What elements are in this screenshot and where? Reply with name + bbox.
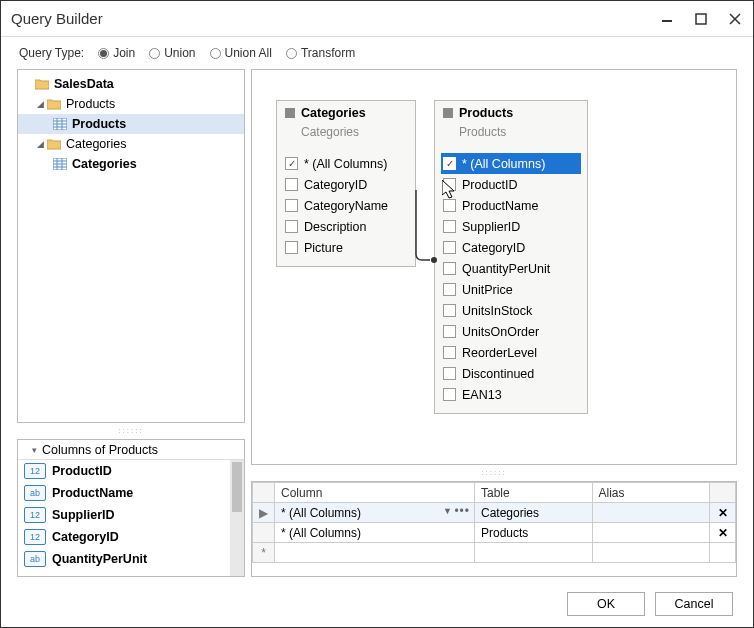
maximize-button[interactable] <box>693 11 709 27</box>
splitter-handle[interactable]: :::::: <box>17 427 245 435</box>
field-row[interactable]: * (All Columns) <box>441 153 581 174</box>
tree-folder-products[interactable]: ◢ Products <box>18 94 244 114</box>
folder-icon <box>34 77 50 91</box>
field-row[interactable]: QuantityPerUnit <box>441 258 581 279</box>
grid-cell-alias[interactable] <box>592 543 710 563</box>
expander-icon[interactable]: ◢ <box>34 138 46 150</box>
tree-table-categories[interactable]: Categories <box>18 154 244 174</box>
field-row[interactable]: ReorderLevel <box>441 342 581 363</box>
grid-cell-table[interactable] <box>475 543 593 563</box>
field-row[interactable]: SupplierID <box>441 216 581 237</box>
grid-row[interactable]: ▶* (All Columns)▼•••Categories✕ <box>253 503 736 523</box>
field-row[interactable]: Description <box>283 216 409 237</box>
grid-cell-alias[interactable] <box>592 503 710 523</box>
query-type-transform[interactable]: Transform <box>286 46 355 60</box>
checkbox[interactable] <box>443 178 456 191</box>
column-item[interactable]: abProductName <box>18 482 230 504</box>
field-row[interactable]: ProductName <box>441 195 581 216</box>
field-row[interactable]: Picture <box>283 237 409 258</box>
window-title: Query Builder <box>11 10 659 27</box>
selected-columns-grid: Column Table Alias ▶* (All Columns)▼•••C… <box>251 481 737 577</box>
column-item[interactable]: 12ProductID <box>18 460 230 482</box>
query-type-toolbar: Query Type: Join Union Union All Transfo… <box>1 37 753 69</box>
field-row[interactable]: CategoryID <box>441 237 581 258</box>
checkbox[interactable] <box>285 199 298 212</box>
row-indicator <box>253 523 275 543</box>
query-type-union-all[interactable]: Union All <box>210 46 272 60</box>
field-row[interactable]: ProductID <box>441 174 581 195</box>
checkbox[interactable] <box>443 304 456 317</box>
checkbox[interactable] <box>443 199 456 212</box>
checkbox[interactable] <box>285 241 298 254</box>
checkbox[interactable] <box>443 388 456 401</box>
grid-header-remove <box>710 483 736 503</box>
field-row[interactable]: CategoryID <box>283 174 409 195</box>
grid-cell-column[interactable] <box>275 543 475 563</box>
grid-cell-alias[interactable] <box>592 523 710 543</box>
ellipsis-button[interactable]: ••• <box>454 504 470 518</box>
checkbox[interactable] <box>443 367 456 380</box>
grid-header-table[interactable]: Table <box>475 483 593 503</box>
remove-row-button[interactable]: ✕ <box>710 503 736 523</box>
columns-panel: ▾ Columns of Products 12ProductIDabProdu… <box>17 439 245 577</box>
field-row[interactable]: * (All Columns) <box>283 153 409 174</box>
scrollbar[interactable] <box>230 460 244 576</box>
expander-icon[interactable]: ◢ <box>34 98 46 110</box>
grid-cell-table[interactable]: Categories <box>475 503 593 523</box>
field-row[interactable]: EAN13 <box>441 384 581 405</box>
remove-row-button[interactable]: ✕ <box>710 523 736 543</box>
splitter-handle[interactable]: :::::: <box>251 469 737 477</box>
checkbox[interactable] <box>443 346 456 359</box>
columns-panel-header[interactable]: ▾ Columns of Products <box>18 440 244 460</box>
field-name: UnitPrice <box>462 283 513 297</box>
tree-folder-categories[interactable]: ◢ Categories <box>18 134 244 154</box>
field-name: Picture <box>304 241 343 255</box>
minimize-button[interactable] <box>659 11 675 27</box>
checkbox[interactable] <box>285 220 298 233</box>
ok-button[interactable]: OK <box>567 592 645 616</box>
checkbox[interactable] <box>443 262 456 275</box>
table-box-title: Categories <box>301 106 366 120</box>
column-item[interactable]: 12CategoryID <box>18 526 230 548</box>
column-item[interactable]: abQuantityPerUnit <box>18 548 230 570</box>
checkbox[interactable] <box>443 157 456 170</box>
checkbox[interactable] <box>443 241 456 254</box>
diagram-panel[interactable]: Categories Categories * (All Columns)Cat… <box>251 69 737 465</box>
tree-table-products[interactable]: Products <box>18 114 244 134</box>
field-name: ProductName <box>462 199 538 213</box>
field-name: ProductID <box>462 178 518 192</box>
table-icon <box>52 157 68 171</box>
table-box-products[interactable]: Products Products * (All Columns)Product… <box>434 100 588 414</box>
column-item[interactable]: 12SupplierID <box>18 504 230 526</box>
close-button[interactable] <box>727 11 743 27</box>
dropdown-icon[interactable]: ▼ <box>443 506 452 516</box>
remove-row-button <box>710 543 736 563</box>
checkbox[interactable] <box>443 220 456 233</box>
field-name: Description <box>304 220 367 234</box>
tree-root[interactable]: SalesData <box>18 74 244 94</box>
table-box-categories[interactable]: Categories Categories * (All Columns)Cat… <box>276 100 416 267</box>
column-type-badge: 12 <box>24 529 46 545</box>
field-row[interactable]: Discontinued <box>441 363 581 384</box>
checkbox[interactable] <box>443 283 456 296</box>
grid-cell-column[interactable]: * (All Columns) <box>275 523 475 543</box>
grid-row[interactable]: * <box>253 543 736 563</box>
svg-rect-1 <box>696 14 706 24</box>
grid-cell-table[interactable]: Products <box>475 523 593 543</box>
field-row[interactable]: UnitsOnOrder <box>441 321 581 342</box>
field-row[interactable]: UnitPrice <box>441 279 581 300</box>
grid-header-alias[interactable]: Alias <box>592 483 710 503</box>
grid-cell-column[interactable]: * (All Columns)▼••• <box>275 503 475 523</box>
grid-header-column[interactable]: Column <box>275 483 475 503</box>
field-name: Discontinued <box>462 367 534 381</box>
field-row[interactable]: CategoryName <box>283 195 409 216</box>
field-row[interactable]: UnitsInStock <box>441 300 581 321</box>
field-name: QuantityPerUnit <box>462 262 550 276</box>
grid-row[interactable]: * (All Columns)Products✕ <box>253 523 736 543</box>
checkbox[interactable] <box>285 178 298 191</box>
query-type-union[interactable]: Union <box>149 46 195 60</box>
checkbox[interactable] <box>285 157 298 170</box>
cancel-button[interactable]: Cancel <box>655 592 733 616</box>
query-type-join[interactable]: Join <box>98 46 135 60</box>
checkbox[interactable] <box>443 325 456 338</box>
